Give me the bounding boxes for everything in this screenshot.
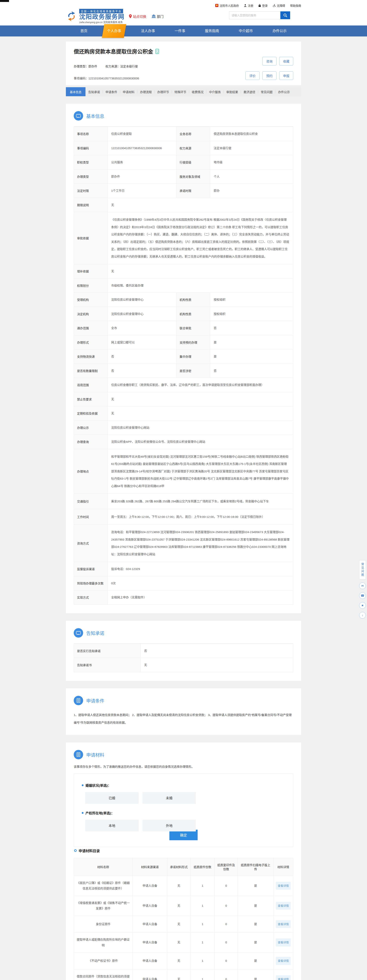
field-value: 否 [140,644,293,658]
option-button[interactable]: 本地 [85,820,139,831]
field-label: 受理机构 [74,293,108,307]
section-tab[interactable]: 收费情况 [189,87,206,96]
accessibility-link[interactable]: 无障碍 [273,3,285,8]
field-label: 适用范围 [74,378,108,392]
reserve-button[interactable]: 预约 [262,72,276,80]
view-detail-link[interactable]: 查看详情 [276,902,291,910]
side-phone-button[interactable]: ☎ [359,592,366,599]
section-tab[interactable]: 申请材料 [120,87,137,96]
table-row: 审批依据 《住房公积金管理条例》（1999年4月3日中华人民共和国国务院令第26… [74,212,293,264]
phone-icon: ☎ [361,594,364,597]
evaluate-button[interactable]: 评价 [246,72,260,80]
user-icon [244,4,247,7]
view-detail-link[interactable]: 查看详情 [276,939,291,947]
option-button[interactable]: 外地 [142,820,196,831]
field-label: 集中办理 [176,350,210,364]
section-tab[interactable]: 办理环节 [155,87,172,96]
material-form: 无 [167,896,190,916]
nav-item[interactable]: 一件事 [172,25,188,37]
table-row: 决定机构 沈阳住房公积金管理中心 机构性质 授权组织 [74,307,293,321]
nav-item[interactable]: 个人办事 [104,25,124,37]
section-tab[interactable]: 审批结果 [223,87,241,96]
site-logo[interactable]: 全国一体化在线政务服务平台 沈阳政务服务网 zwfw.shenyang.gov.… [66,9,124,24]
search-button[interactable] [280,11,290,19]
view-detail-link[interactable]: 查看详情 [276,975,291,980]
nav-item[interactable]: 服务指南 [202,25,222,37]
section-tab[interactable]: 办理流程 [137,87,155,96]
departments-link[interactable]: 部门 [152,14,163,19]
view-detail-link[interactable]: 查看详情 [276,882,291,890]
field-label: 权限划分 [74,278,108,293]
favorite-button[interactable]: 收藏 [279,57,293,65]
original-count: 1 [190,876,214,896]
gov-portal-link[interactable]: 沈阳市人民政府 [215,3,239,8]
field-label: 交通指引 [74,494,108,509]
view-detail-link[interactable]: 查看详情 [276,957,291,965]
section-tab[interactable]: 基本信息 [66,87,86,96]
table-row: 办理形式 网上或窗口都可以 支持预约办理 是 [74,335,293,350]
table-row: 期限说明 无 [74,198,293,212]
floating-side-widget: 常见问题 ✉ ☎ ★ ↑ [359,560,366,619]
section-tab[interactable]: 常见问题 [258,87,275,96]
section-tab[interactable]: 中介服务 [206,87,223,96]
material-name: 身份证原件 [74,916,133,932]
register-link[interactable]: 注册 [244,3,253,8]
nav-item[interactable]: 法人办事 [138,25,158,37]
option-button[interactable]: 未婚 [142,792,196,804]
field-value: 无 [108,392,293,406]
field-label: 联合审批 [176,321,210,335]
nav-item[interactable]: 办件公示 [270,25,289,37]
message-icon: ✉ [361,584,364,588]
option-button[interactable]: 已婚 [85,792,139,804]
field-label: 服务对象及领域 [176,170,210,184]
table-row: 实现方式 全程网上申办（无需取件） [74,590,293,605]
field-value: 沈阳住房公积金管理中心 [108,307,176,321]
view-detail-link[interactable]: 查看详情 [276,920,291,928]
side-back-to-top-button[interactable]: ↑ [359,612,366,619]
section-tab[interactable]: 告知承诺 [86,87,103,96]
help-guide-link[interactable]: 帮助指南 [290,3,301,8]
field-label: 是否有数量限制 [74,364,108,378]
material-source: 申请人自备 [132,932,167,953]
side-favorite-button[interactable]: ★ [359,602,366,609]
site-switch-link[interactable]: 站点切换 [129,14,146,19]
apply-button[interactable]: 申报 [279,72,293,80]
search-input[interactable] [229,11,280,19]
accessibility-icon [273,4,276,7]
material-source: 申请人自备 [132,969,167,980]
copy-count: 0 [214,876,238,896]
material-name: 《不动产权证书》原件 [74,953,133,969]
copy-count: 0 [214,916,238,932]
field-value: 是 [210,336,293,350]
field-label: 实现方式 [74,590,108,605]
field-value: 即办件 [108,170,176,184]
option-buttons: 本地 外地 [85,820,285,831]
login-link[interactable]: 登录 [258,3,268,8]
field-label: 机构性质 [176,293,210,307]
field-label: 期限说明 [74,198,108,212]
field-label: 法定时限 [74,184,108,198]
nav-item[interactable]: 中介超市 [236,25,256,37]
side-faq-tab[interactable]: 常见问题 [359,560,366,579]
consult-button[interactable]: 咨询 [262,57,276,65]
option-buttons: 已婚 未婚 [85,792,285,804]
nav-item[interactable]: 首页 [78,25,90,37]
section-tab[interactable]: 办件公示 [275,87,292,96]
side-message-button[interactable]: ✉ [359,582,366,589]
section-tab[interactable]: 申请条件 [103,87,120,96]
section-tab[interactable]: 特殊环节 [172,87,189,96]
section-tab[interactable]: 救济途径 [241,87,258,96]
field-label: 告知承诺书 [74,658,140,672]
material-row: 身份证原件 申请人自备 无 1 0 是 查看详情 [74,916,293,932]
scan-upload: 是 [238,953,273,969]
table-header-row: 材料名称 材料来源渠道 承诺材料形式 纸质原件份数 纸质复印件及份数 纸质原件扫… [74,858,293,876]
nav-items: 首页 个人办事 法人办事 一件事 服务指南 中介超市 办件公示 [66,25,301,37]
field-label: 承诺时限 [176,184,210,198]
material-name: 《居民户口簿》或《结婚证》原件（婚姻信息无法核验的须提供此要件） [74,876,133,896]
field-value: 市级权限、委托区级办理 [108,278,293,293]
original-count: 1 [190,896,214,916]
material-form: 无 [167,876,190,896]
field-label: 办理地点 [74,449,108,494]
option-group: 产权所在地(单选)： 本地 外地 [82,810,285,831]
table-row: 是否有数量限制 否 是否涉密 否 [74,364,293,378]
